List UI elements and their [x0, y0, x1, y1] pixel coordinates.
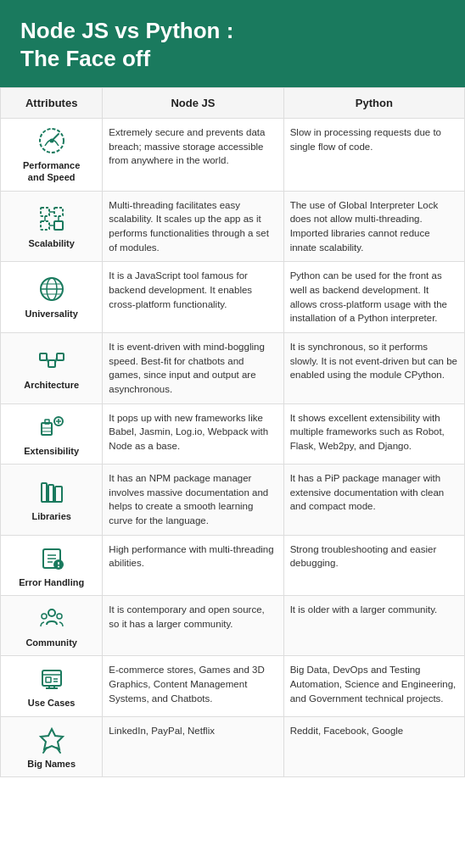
nodejs-cell-5: It has an NPM package manager involves m…	[103, 464, 283, 535]
nodejs-cell-3: It is event-driven with mind-boggling sp…	[103, 332, 283, 403]
col-attributes: Attributes	[1, 88, 103, 119]
attr-label-4: Extensibility	[4, 445, 98, 457]
page-wrapper: Node JS vs Python : The Face off Attribu…	[0, 0, 465, 777]
table-row: Performanceand Speed Extremely secure an…	[1, 119, 465, 192]
attr-label-6: Error Handling	[4, 576, 98, 588]
attr-label-7: Community	[4, 637, 98, 648]
attr-icon-speed	[4, 125, 98, 156]
attr-label-1: Scalability	[4, 237, 98, 249]
table-row: Architecture It is event-driven with min…	[1, 332, 465, 403]
attr-label-8: Use Cases	[4, 697, 98, 709]
attr-icon-lib	[4, 476, 98, 507]
svg-point-37	[58, 565, 59, 567]
svg-rect-5	[54, 221, 63, 230]
python-cell-6: Strong troubleshooting and easier debugg…	[283, 535, 464, 595]
svg-line-19	[55, 357, 57, 364]
table-row: Use Cases E-commerce stores, Games and 3…	[1, 656, 465, 716]
svg-rect-17	[57, 353, 64, 360]
attr-icon-arch	[4, 345, 98, 376]
attr-icon-comm	[4, 603, 98, 633]
page-title: Node JS vs Python : The Face off	[20, 17, 445, 72]
python-cell-5: It has a PiP package manager with extens…	[283, 464, 464, 535]
attr-icon-globe	[4, 274, 98, 304]
table-row: Libraries It has an NPM package manager …	[1, 464, 465, 535]
svg-point-39	[42, 614, 47, 619]
table-row: Extensibility It pops up with new framew…	[1, 403, 465, 464]
attr-cell-9: Big Names	[1, 716, 103, 776]
svg-point-40	[57, 614, 62, 619]
attr-label-3: Architecture	[4, 379, 98, 391]
attr-cell-5: Libraries	[1, 464, 103, 535]
nodejs-cell-9: LinkedIn, PayPal, Netflix	[103, 716, 283, 776]
python-cell-8: Big Data, DevOps and Testing Automation,…	[283, 656, 464, 716]
python-cell-2: Python can be used for the front as well…	[283, 262, 464, 333]
nodejs-cell-2: It is a JavaScript tool famous for backe…	[103, 262, 283, 333]
attr-cell-1: Scalability	[1, 191, 103, 262]
col-nodejs: Node JS	[103, 88, 283, 119]
python-cell-9: Reddit, Facebook, Google	[283, 716, 464, 776]
nodejs-cell-8: E-commerce stores, Games and 3D Graphics…	[103, 656, 283, 716]
attr-label-2: Universality	[4, 308, 98, 320]
svg-rect-43	[46, 677, 51, 682]
attr-label-9: Big Names	[4, 758, 98, 770]
attr-cell-3: Architecture	[1, 332, 103, 403]
python-cell-3: It is synchronous, so it performs slowly…	[283, 332, 464, 403]
attr-cell-4: Extensibility	[1, 403, 103, 464]
attr-cell-8: Use Cases	[1, 656, 103, 716]
attr-label-5: Libraries	[4, 510, 98, 522]
attr-cell-0: Performanceand Speed	[1, 119, 103, 192]
attr-cell-2: Universality	[1, 262, 103, 333]
svg-rect-29	[55, 487, 62, 502]
svg-rect-27	[42, 483, 47, 502]
svg-rect-4	[41, 221, 49, 230]
attr-icon-scale	[4, 203, 98, 234]
attr-cell-7: Community	[1, 595, 103, 655]
python-cell-0: Slow in processing requests due to singl…	[283, 119, 464, 192]
nodejs-cell-4: It pops up with new frameworks like Babe…	[103, 403, 283, 464]
attr-cell-6: Error Handling	[1, 535, 103, 595]
svg-rect-2	[41, 208, 49, 216]
svg-rect-16	[48, 360, 55, 367]
svg-rect-28	[48, 485, 53, 502]
attr-icon-use	[4, 663, 98, 693]
svg-rect-20	[42, 423, 52, 435]
table-row: Community It is contemporary and open so…	[1, 595, 465, 655]
nodejs-cell-0: Extremely secure and prevents data breac…	[103, 119, 283, 192]
python-cell-4: It shows excellent extensibility with mu…	[283, 403, 464, 464]
attr-icon-big	[4, 724, 98, 754]
python-cell-7: It is older with a larger community.	[283, 595, 464, 655]
table-row: Big Names LinkedIn, PayPal, NetflixReddi…	[1, 716, 465, 776]
table-row: Error Handling High performance with mul…	[1, 535, 465, 595]
python-cell-1: The use of Global Interpreter Lock does …	[283, 191, 464, 262]
comparison-table-wrapper: Attributes Node JS Python Performanceand…	[0, 87, 465, 777]
attr-icon-err	[4, 542, 98, 573]
page-header: Node JS vs Python : The Face off	[0, 0, 465, 87]
table-row: Universality It is a JavaScript tool fam…	[1, 262, 465, 333]
attr-label-0: Performanceand Speed	[4, 159, 98, 184]
col-python: Python	[283, 88, 464, 119]
table-row: Scalability Multi-threading facilitates …	[1, 191, 465, 262]
svg-rect-3	[54, 208, 63, 216]
svg-line-18	[47, 357, 48, 364]
attr-icon-ext	[4, 411, 98, 442]
svg-rect-21	[45, 420, 49, 424]
svg-rect-15	[40, 353, 47, 360]
comparison-table: Attributes Node JS Python Performanceand…	[0, 87, 465, 777]
nodejs-cell-1: Multi-threading facilitates easy scalabi…	[103, 191, 283, 262]
svg-point-38	[48, 609, 55, 616]
nodejs-cell-6: High performance with multi-threading ab…	[103, 535, 283, 595]
nodejs-cell-7: It is contemporary and open source, so i…	[103, 595, 283, 655]
